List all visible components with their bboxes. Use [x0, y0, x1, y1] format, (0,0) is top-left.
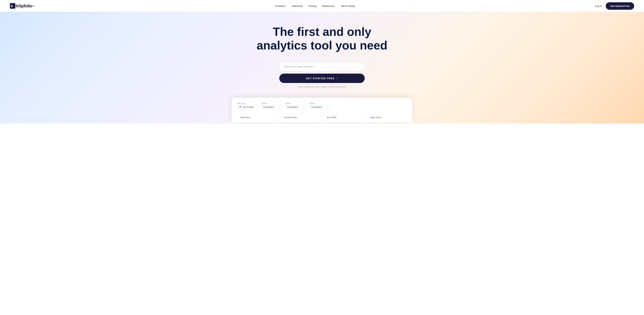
- nav-item-metrichq[interactable]: MetricHQ: [292, 4, 302, 8]
- nav-link-resources[interactable]: Resources ▾: [322, 4, 335, 8]
- filter-country-value: All members...: [287, 106, 300, 108]
- nav-right: Log In Get Started Free: [595, 2, 634, 10]
- email-input[interactable]: [279, 62, 365, 71]
- filter-date-range: Date range 📅 Last 30 days: [237, 102, 258, 110]
- chevron-down-icon: ▾: [303, 106, 304, 108]
- filter-country-select[interactable]: All members... ▾: [285, 105, 306, 110]
- dashboard-metrics: New Wins Trial:Win Rate New MRR Page Vie…: [237, 114, 407, 123]
- filter-date-select[interactable]: 📅 Last 30 days: [237, 105, 258, 110]
- nav-item-pricing[interactable]: Pricing: [309, 4, 316, 8]
- disclaimer-text: FREE FOREVER • NO CREDIT CARD REQUIRED: [298, 86, 346, 88]
- nav-item-products[interactable]: Products ▾: [275, 4, 286, 8]
- nav-link-hiring[interactable]: We're Hiring: [341, 4, 355, 8]
- hero-section: The first and only analytics tool you ne…: [0, 12, 644, 124]
- dashboard-filters: Date range 📅 Last 30 days Channel All me…: [237, 102, 407, 110]
- logo-dot-icon: [33, 5, 35, 7]
- hero-form: GET STARTED FREE → FREE FOREVER • NO CRE…: [279, 62, 365, 88]
- nav-link-metrichq[interactable]: MetricHQ: [292, 4, 302, 8]
- chevron-down-icon: ▾: [286, 5, 286, 7]
- nav-item-hiring[interactable]: We're Hiring: [341, 4, 355, 8]
- chevron-down-icon: ▾: [334, 5, 335, 7]
- metric-card-new-wins: New Wins: [237, 114, 278, 123]
- hero-cta-button[interactable]: GET STARTED FREE →: [279, 74, 365, 83]
- login-link[interactable]: Log In: [595, 4, 602, 8]
- dashboard-preview: Date range 📅 Last 30 days Channel All me…: [232, 98, 412, 123]
- filter-channel-value: All members...: [263, 106, 276, 108]
- logo-icon: K: [10, 3, 16, 9]
- calendar-icon: 📅: [239, 106, 241, 108]
- navbar: K Klipfolio Products ▾ MetricHQ Pricing …: [0, 0, 644, 12]
- filter-product: Product All members... ▾: [309, 102, 330, 110]
- chevron-down-icon: ▾: [327, 106, 328, 108]
- metric-card-trial-win-rate: Trial:Win Rate: [280, 114, 321, 123]
- metric-title-new-mrr: New MRR: [327, 116, 360, 119]
- filter-country: Country All members... ▾: [285, 102, 306, 110]
- get-started-button[interactable]: Get Started Free: [606, 2, 634, 10]
- filter-channel: Channel All members... ▾: [261, 102, 282, 110]
- svg-text:K: K: [11, 4, 13, 8]
- nav-item-resources[interactable]: Resources ▾: [322, 4, 335, 8]
- chevron-down-icon: ▾: [279, 106, 280, 108]
- filter-date-value: Last 30 days: [243, 106, 254, 108]
- nav-link-products[interactable]: Products ▾: [275, 4, 286, 8]
- nav-link-pricing[interactable]: Pricing: [309, 4, 316, 8]
- filter-channel-select[interactable]: All members... ▾: [261, 105, 282, 110]
- hero-title: The first and only analytics tool you ne…: [256, 25, 388, 52]
- filter-product-value: All members...: [311, 106, 324, 108]
- filter-country-label: Country: [285, 102, 306, 104]
- filter-date-label: Date range: [237, 102, 258, 104]
- filter-channel-label: Channel: [261, 102, 282, 104]
- metric-card-page-views: Page Views: [366, 114, 407, 123]
- logo[interactable]: K Klipfolio: [10, 3, 35, 9]
- nav-links: Products ▾ MetricHQ Pricing Resources ▾ …: [275, 4, 355, 8]
- metric-card-new-mrr: New MRR: [323, 114, 364, 123]
- metric-title-new-wins: New Wins: [240, 116, 274, 119]
- filter-product-label: Product: [309, 102, 330, 104]
- metric-title-trial-win-rate: Trial:Win Rate: [284, 116, 317, 119]
- metric-title-page-views: Page Views: [370, 116, 404, 119]
- logo-text: Klipfolio: [16, 4, 32, 8]
- filter-product-select[interactable]: All members... ▾: [309, 105, 330, 110]
